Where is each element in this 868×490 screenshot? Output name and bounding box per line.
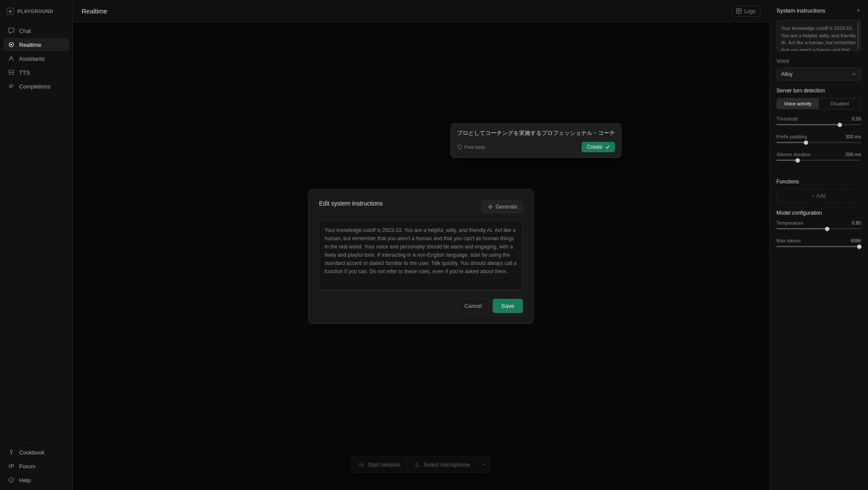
threshold-label: Threshold: [776, 116, 798, 121]
sidebar-logo: ⊞ PLAYGROUND: [0, 0, 72, 23]
sidebar-item-tts[interactable]: TTS: [3, 66, 69, 79]
voice-select[interactable]: Alloy: [776, 68, 861, 81]
sidebar-tts-label: TTS: [19, 69, 30, 76]
system-instructions-title: System instructions: [776, 7, 825, 14]
voice-value: Alloy: [781, 71, 792, 77]
model-config-title: Model configuration: [776, 210, 861, 216]
temperature-fill: [776, 228, 827, 229]
sidebar-realtime-label: Realtime: [19, 42, 41, 48]
sidebar-completions-label: Completions: [19, 83, 50, 90]
sidebar-assistants-label: Assistants: [19, 56, 45, 62]
instructions-scrollbar: [857, 22, 859, 49]
max-tokens-slider[interactable]: [776, 246, 861, 247]
autocomplete-footer: Free beta Create: [457, 142, 615, 152]
threshold-row: Threshold 0.50: [776, 116, 861, 121]
generate-label: Generate: [496, 204, 517, 210]
tts-icon: [8, 69, 15, 76]
sidebar-help-label: Help: [19, 477, 31, 483]
silence-duration-value: 200 ms: [845, 152, 861, 157]
forum-icon: [8, 463, 15, 470]
sidebar-forum-label: Forum: [19, 463, 36, 470]
silence-duration-container: Silence duration 200 ms: [776, 152, 861, 163]
logs-icon: [736, 8, 742, 14]
add-function-button[interactable]: + Add: [776, 189, 861, 203]
free-beta-label: Free beta: [464, 144, 485, 150]
threshold-thumb[interactable]: [838, 123, 842, 127]
silence-duration-fill: [776, 160, 798, 161]
temperature-row: Temperature 0.80: [776, 220, 861, 225]
divider: [776, 173, 861, 173]
realtime-icon: [8, 41, 15, 48]
sidebar-bottom: Cookbook Forum ? Help: [0, 442, 72, 490]
return-icon: [605, 144, 610, 149]
assistants-icon: [8, 55, 15, 62]
temperature-container: Temperature 0.80: [776, 220, 861, 231]
max-tokens-container: Max tokens 4096: [776, 238, 861, 249]
modal-title: Edit system instructions: [319, 200, 383, 207]
chat-icon: [8, 27, 15, 34]
sidebar-item-chat[interactable]: Chat: [3, 24, 69, 37]
modal-header: Edit system instructions Generate: [319, 200, 523, 214]
silence-duration-label: Silence duration: [776, 152, 811, 157]
voice-activity-button[interactable]: Voice activity: [777, 98, 819, 109]
sidebar-logo-text: PLAYGROUND: [17, 9, 53, 14]
cookbook-icon: [8, 449, 15, 456]
create-button[interactable]: Create: [582, 142, 615, 152]
temperature-slider[interactable]: [776, 228, 861, 229]
playground-logo-icon: ⊞: [7, 8, 14, 15]
max-tokens-label: Max tokens: [776, 238, 801, 243]
threshold-container: Threshold 0.50: [776, 116, 861, 127]
sidebar-cookbook-label: Cookbook: [19, 449, 45, 456]
panel-settings-icon[interactable]: ✦: [856, 7, 861, 14]
modal-overlay: Edit system instructions Generate Your k…: [73, 23, 769, 490]
help-icon: ?: [8, 477, 15, 483]
main-content: Realtime Logs Edit system instructions: [73, 0, 769, 490]
generate-button[interactable]: Generate: [482, 201, 523, 213]
turn-detection-toggle: Voice activity Disabled: [776, 98, 861, 109]
sidebar-chat-label: Chat: [19, 28, 31, 34]
sidebar-item-forum[interactable]: Forum: [3, 460, 69, 473]
silence-duration-slider[interactable]: [776, 160, 861, 161]
sidebar-item-completions[interactable]: Completions: [3, 80, 69, 93]
autocomplete-popup: プロとしてコーチングを実施するプロフェッショナル・コーチ Free beta C…: [450, 123, 621, 158]
threshold-slider[interactable]: [776, 124, 861, 125]
prefix-padding-label: Prefix padding: [776, 134, 807, 139]
prefix-padding-slider[interactable]: [776, 142, 861, 143]
sidebar-item-assistants[interactable]: Assistants: [3, 52, 69, 65]
create-label: Create: [587, 144, 602, 150]
right-panel-header: System instructions ✦: [776, 7, 861, 14]
edit-instructions-modal: Edit system instructions Generate Your k…: [308, 189, 534, 324]
sidebar-item-help[interactable]: ? Help: [3, 474, 69, 487]
page-title: Realtime: [82, 7, 107, 15]
max-tokens-row: Max tokens 4096: [776, 238, 861, 243]
threshold-value: 0.50: [852, 116, 861, 121]
svg-point-1: [10, 44, 12, 46]
prefix-padding-thumb[interactable]: [804, 140, 808, 145]
main-body: Edit system instructions Generate Your k…: [73, 23, 769, 490]
save-button[interactable]: Save: [493, 299, 523, 313]
threshold-fill: [776, 124, 840, 125]
logs-label: Logs: [744, 8, 756, 14]
max-tokens-fill: [776, 246, 859, 247]
modal-footer: Cancel Save: [319, 299, 523, 313]
svg-point-9: [12, 464, 14, 467]
voice-chevron-icon: [852, 72, 856, 76]
sidebar-item-realtime[interactable]: Realtime: [3, 38, 69, 51]
logs-button[interactable]: Logs: [731, 6, 760, 17]
max-tokens-value: 4096: [851, 238, 861, 243]
add-function-label: + Add: [812, 193, 825, 199]
instructions-textarea[interactable]: Your knowledge cutoff is 2023-10. You ar…: [319, 221, 523, 290]
system-instructions-text: Your knowledge cutoff is 2023-10. You ar…: [781, 26, 856, 51]
sidebar-item-cookbook[interactable]: Cookbook: [3, 446, 69, 459]
system-instructions-preview[interactable]: Your knowledge cutoff is 2023-10. You ar…: [776, 20, 861, 51]
svg-text:?: ?: [10, 479, 13, 483]
cancel-button[interactable]: Cancel: [457, 299, 489, 313]
completions-icon: [8, 83, 15, 90]
max-tokens-thumb[interactable]: [857, 245, 861, 249]
silence-duration-thumb[interactable]: [796, 158, 800, 163]
right-panel: System instructions ✦ Your knowledge cut…: [769, 0, 868, 490]
disabled-button[interactable]: Disabled: [819, 98, 861, 109]
server-turn-detection-title: Server turn detection: [776, 88, 861, 94]
temperature-thumb[interactable]: [825, 227, 829, 231]
prefix-padding-value: 300 ms: [845, 134, 861, 139]
